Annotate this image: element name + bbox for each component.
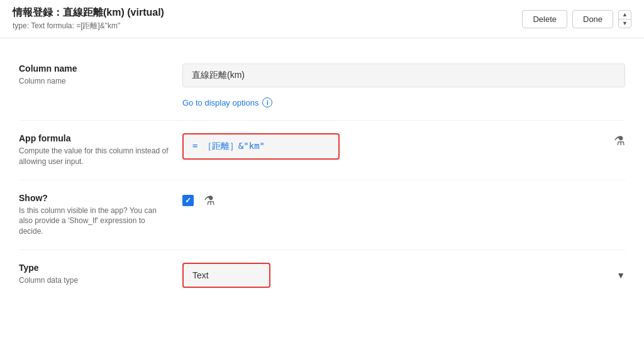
down-arrow-icon[interactable]: ▼	[619, 19, 631, 28]
delete-button[interactable]: Delete	[522, 10, 567, 28]
show-row: Show? Is this column visible in the app?…	[19, 180, 625, 250]
content-area: Column name Column name Go to display op…	[0, 38, 644, 313]
reorder-arrows[interactable]: ▲ ▼	[618, 10, 631, 28]
type-label-area: Type Column data type	[19, 263, 182, 286]
app-formula-description: Compute the value for this column instea…	[19, 146, 170, 167]
page-title: 情報登録：直線距離(km) (virtual)	[13, 6, 164, 19]
show-flask-icon[interactable]: ⚗	[204, 193, 215, 208]
column-name-value-area: Go to display options i	[182, 63, 625, 107]
column-name-label: Column name	[19, 63, 170, 74]
done-button[interactable]: Done	[572, 10, 613, 28]
go-to-display-text: Go to display options	[182, 98, 258, 107]
type-label: Type	[19, 263, 170, 273]
show-description: Is this column visible in the app? You c…	[19, 206, 170, 237]
info-icon: i	[262, 97, 272, 107]
show-label: Show?	[19, 193, 170, 203]
column-name-input[interactable]	[182, 63, 625, 87]
app-formula-label-area: App formula Compute the value for this c…	[19, 133, 182, 167]
app-formula-row: App formula Compute the value for this c…	[19, 121, 625, 180]
app-formula-label: App formula	[19, 133, 170, 143]
column-name-description: Column name	[19, 76, 170, 87]
header-actions: Delete Done ▲ ▼	[522, 10, 631, 28]
column-name-row: Column name Column name Go to display op…	[19, 51, 625, 121]
header-left: 情報登録：直線距離(km) (virtual) type: Text formu…	[13, 6, 164, 31]
type-dropdown-arrow[interactable]: ▼	[616, 270, 625, 280]
type-selector[interactable]: Text	[182, 263, 270, 288]
show-checkbox[interactable]	[182, 195, 194, 206]
type-description: Column data type	[19, 275, 170, 286]
show-value-area: ⚗	[182, 193, 625, 208]
app-formula-value-area: = ［距離］&"km" ⚗	[182, 133, 625, 160]
page-subtitle: type: Text formula: =[距離]&"km"	[13, 21, 164, 31]
type-value-area: Text ▼	[182, 263, 625, 288]
formula-input-wrapper: = ［距離］&"km"	[182, 133, 604, 160]
page-header: 情報登録：直線距離(km) (virtual) type: Text formu…	[0, 0, 644, 38]
column-name-label-area: Column name Column name	[19, 63, 182, 87]
formula-flask-icon[interactable]: ⚗	[614, 133, 625, 148]
go-to-display-link[interactable]: Go to display options i	[182, 97, 272, 107]
show-label-area: Show? Is this column visible in the app?…	[19, 193, 182, 237]
type-row: Type Column data type Text ▼	[19, 250, 625, 300]
formula-input[interactable]: = ［距離］&"km"	[182, 133, 340, 160]
up-arrow-icon[interactable]: ▲	[619, 11, 631, 19]
